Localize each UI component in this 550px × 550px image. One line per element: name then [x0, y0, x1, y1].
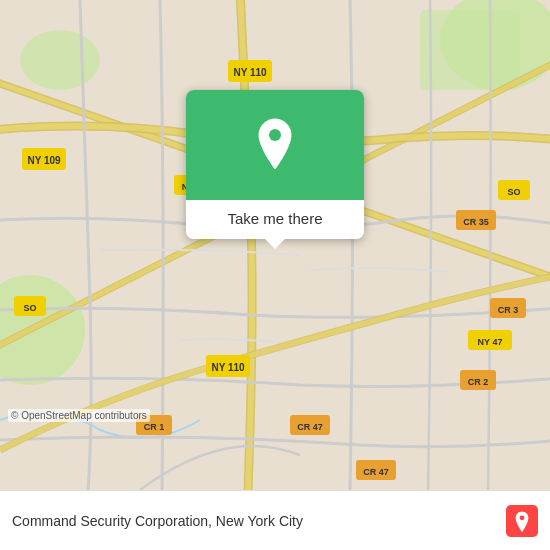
map-container: NY 110 NY 110 NY 109 CR 35 CR 3 CR 1 CR …: [0, 0, 550, 490]
moovit-logo-icon: [506, 505, 538, 537]
bottom-bar: Command Security Corporation, New York C…: [0, 490, 550, 550]
svg-text:SO: SO: [23, 303, 36, 313]
svg-text:CR 47: CR 47: [363, 467, 389, 477]
svg-text:CR 3: CR 3: [498, 305, 519, 315]
svg-point-37: [520, 515, 525, 520]
svg-text:CR 47: CR 47: [297, 422, 323, 432]
svg-rect-4: [420, 10, 520, 90]
location-pin-icon: [252, 117, 298, 173]
svg-text:CR 2: CR 2: [468, 377, 489, 387]
map-attribution: © OpenStreetMap contributors: [8, 409, 150, 422]
take-me-there-button[interactable]: Take me there: [227, 210, 322, 227]
popup-header: [186, 90, 364, 200]
svg-text:NY 110: NY 110: [233, 67, 267, 78]
svg-text:CR 1: CR 1: [144, 422, 165, 432]
svg-point-3: [20, 30, 100, 90]
moovit-logo: [506, 505, 538, 537]
location-name: Command Security Corporation, New York C…: [12, 513, 303, 529]
svg-point-35: [269, 129, 281, 141]
popup-button-area[interactable]: Take me there: [186, 200, 364, 239]
svg-text:NY 110: NY 110: [211, 362, 245, 373]
svg-text:CR 35: CR 35: [463, 217, 489, 227]
svg-text:NY 109: NY 109: [27, 155, 61, 166]
svg-text:NY 47: NY 47: [478, 337, 503, 347]
svg-text:SO: SO: [507, 187, 520, 197]
location-popup: Take me there: [186, 90, 364, 239]
